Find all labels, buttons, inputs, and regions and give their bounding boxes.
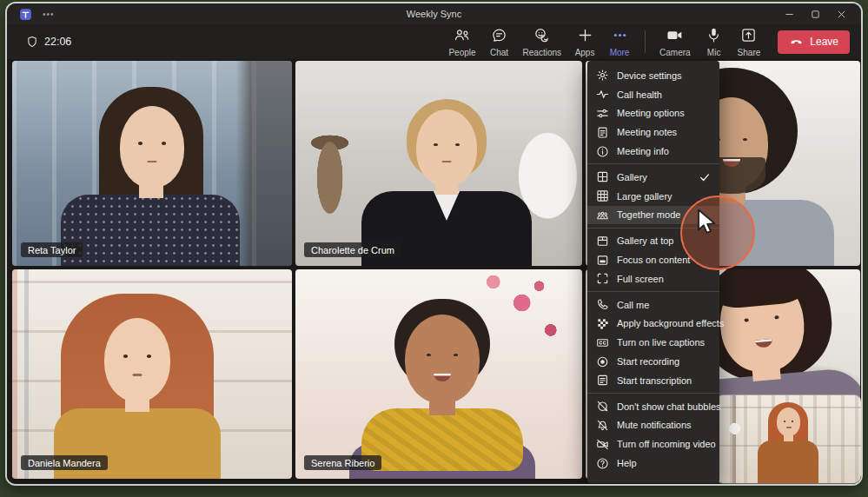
menu-item-label: Turn on live captions <box>617 337 705 348</box>
cc-icon <box>596 336 609 349</box>
self-view-video[interactable] <box>716 395 861 483</box>
window-title: Weekly Sync <box>7 9 861 19</box>
menu-item-start-recording[interactable]: Start recording <box>587 352 719 371</box>
minimize-button[interactable] <box>776 4 802 23</box>
sliders-icon <box>596 107 609 120</box>
toolbar-button-label: Apps <box>575 48 595 57</box>
menu-item-large-gallery[interactable]: Large gallery <box>587 187 719 206</box>
video-tile-daniela-mandera[interactable]: Daniela Mandera <box>12 269 292 479</box>
help-icon <box>596 457 609 470</box>
menu-divider <box>587 228 719 229</box>
video-tile-charolette-de-crum[interactable]: Charolette de Crum <box>295 61 582 266</box>
grid3-icon <box>596 189 609 202</box>
menu-item-label: Call me <box>617 300 649 310</box>
toolbar-people-button[interactable]: People <box>443 25 480 58</box>
participant-name-tag: Charolette de Crum <box>304 242 401 257</box>
reactions-icon <box>533 27 550 47</box>
maximize-button[interactable] <box>802 4 828 23</box>
menu-divider <box>587 393 719 394</box>
menu-item-mute-notifications[interactable]: Mute notifications <box>587 416 719 435</box>
grid2-icon <box>596 170 609 183</box>
pulse-icon <box>596 88 609 101</box>
menu-item-gallery-at-top[interactable]: Gallery at top <box>587 231 719 250</box>
chat-icon <box>491 27 507 47</box>
info-icon <box>596 145 609 158</box>
menu-item-label: Meeting notes <box>617 127 677 137</box>
record-icon <box>596 355 609 368</box>
timer-value: 22:06 <box>44 36 71 48</box>
menu-item-gallery[interactable]: Gallery <box>587 168 719 187</box>
menu-item-call-me[interactable]: Call me <box>587 295 719 315</box>
face <box>405 315 480 403</box>
menu-item-full-screen[interactable]: Full screen <box>587 269 719 288</box>
win-max-icon <box>811 10 820 19</box>
menu-item-don-t-show-chat-bubbles[interactable]: Don't show chat bubbles <box>587 397 719 416</box>
gear-icon <box>596 69 609 82</box>
menu-item-meeting-info[interactable]: Meeting info <box>587 142 719 161</box>
menu-item-label: Don't show chat bubbles <box>617 401 721 412</box>
menu-item-start-transcription[interactable]: Start transcription <box>587 371 719 390</box>
menu-item-label: Call health <box>617 89 662 100</box>
menu-item-together-mode[interactable]: Together mode <box>587 206 719 225</box>
mic-icon <box>706 27 722 47</box>
menu-item-label: Help <box>617 458 637 468</box>
teams-meeting-window: ••• Weekly Sync 22:06 PeopleChatReaction… <box>7 3 861 484</box>
menu-item-label: Together mode <box>617 209 680 220</box>
video-tile-serena-riberio[interactable]: Serena Riberio <box>295 269 582 479</box>
bg-effects-icon <box>596 317 609 330</box>
toolbar-share-button[interactable]: Share <box>732 25 766 58</box>
menu-item-apply-background-effects[interactable]: Apply background effects <box>587 315 719 334</box>
menu-item-label: Meeting info <box>617 146 669 156</box>
participant-figure <box>295 61 582 266</box>
menu-item-label: Mute notifications <box>617 420 692 430</box>
menu-divider <box>587 163 719 164</box>
chat-slash-icon <box>596 400 609 413</box>
gallery-top-icon <box>596 235 609 248</box>
face <box>777 408 800 436</box>
menu-item-label: Full screen <box>617 274 664 284</box>
menu-item-label: Start transcription <box>617 375 692 386</box>
menu-item-turn-on-live-captions[interactable]: Turn on live captions <box>587 333 719 352</box>
menu-item-label: Focus on content <box>617 255 690 265</box>
menu-item-call-health[interactable]: Call health <box>587 85 719 104</box>
menu-item-meeting-options[interactable]: Meeting options <box>587 104 719 123</box>
hangup-phone-icon <box>789 35 804 50</box>
toolbar-divider <box>645 30 646 53</box>
toolbar-reactions-button[interactable]: Reactions <box>518 25 567 58</box>
toolbar-chat-button[interactable]: Chat <box>483 25 516 58</box>
close-button[interactable] <box>828 4 854 23</box>
toolbar-more-button[interactable]: More <box>603 25 636 58</box>
menu-item-turn-off-incoming-video[interactable]: Turn off incoming video <box>587 434 719 454</box>
video-stage: Reta TaylorCharolette de CrumDaniela Man… <box>7 59 861 484</box>
toolbar-button-label: Share <box>738 48 761 57</box>
menu-item-label: Gallery at top <box>617 235 673 246</box>
participant-figure <box>12 61 292 266</box>
focus-content-icon <box>596 254 609 267</box>
menu-item-label: Large gallery <box>617 191 673 202</box>
fullscreen-icon <box>596 272 609 285</box>
notes-icon <box>596 126 609 139</box>
toolbar-mic-button[interactable]: Mic <box>698 25 731 58</box>
meeting-timer: 22:06 <box>26 36 71 48</box>
torso <box>61 195 240 266</box>
video-tile-reta-taylor[interactable]: Reta Taylor <box>12 61 292 266</box>
leave-label: Leave <box>810 36 838 48</box>
title-bar: ••• Weekly Sync <box>7 3 861 24</box>
titlebar-more-icon[interactable]: ••• <box>43 10 55 19</box>
torso <box>758 441 818 483</box>
bell-slash-icon <box>596 419 609 432</box>
menu-item-device-settings[interactable]: Device settings <box>587 66 719 85</box>
toolbar-apps-button[interactable]: Apps <box>568 25 601 58</box>
menu-item-label: Turn off incoming video <box>617 439 716 449</box>
menu-item-focus-on-content[interactable]: Focus on content <box>587 250 719 269</box>
win-min-icon <box>785 10 794 19</box>
participant-figure <box>295 269 582 479</box>
leave-button[interactable]: Leave <box>778 30 850 54</box>
menu-divider <box>587 291 719 292</box>
more-options-menu: Device settingsCall healthMeeting option… <box>587 61 719 483</box>
menu-item-meeting-notes[interactable]: Meeting notes <box>587 123 719 142</box>
menu-item-help[interactable]: Help <box>587 454 719 473</box>
toolbar-camera-button[interactable]: Camera <box>654 25 696 58</box>
toolbar-button-label: Reactions <box>523 48 561 57</box>
plus-icon <box>577 27 593 47</box>
